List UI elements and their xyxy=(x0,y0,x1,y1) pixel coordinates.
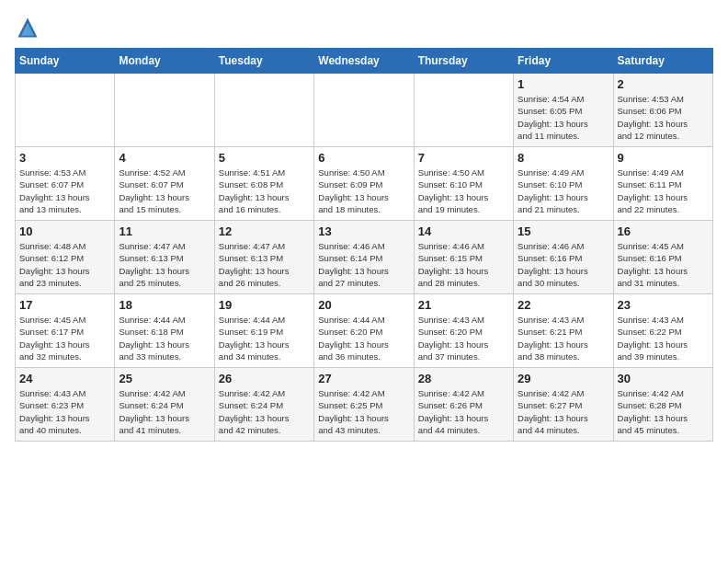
day-header-monday: Monday xyxy=(115,49,214,74)
day-number: 12 xyxy=(219,224,310,238)
day-number: 5 xyxy=(219,151,310,165)
logo xyxy=(15,15,44,40)
calendar-cell: 15Sunrise: 4:46 AM Sunset: 6:16 PM Dayli… xyxy=(514,221,613,294)
calendar-cell: 20Sunrise: 4:44 AM Sunset: 6:20 PM Dayli… xyxy=(314,294,414,368)
calendar-cell: 29Sunrise: 4:42 AM Sunset: 6:27 PM Dayli… xyxy=(514,368,613,442)
day-info: Sunrise: 4:42 AM Sunset: 6:24 PM Dayligh… xyxy=(119,387,210,436)
day-info: Sunrise: 4:47 AM Sunset: 6:13 PM Dayligh… xyxy=(219,240,310,289)
day-number: 25 xyxy=(119,372,210,385)
day-info: Sunrise: 4:50 AM Sunset: 6:10 PM Dayligh… xyxy=(418,167,509,215)
calendar-cell xyxy=(214,74,313,147)
day-info: Sunrise: 4:53 AM Sunset: 6:06 PM Dayligh… xyxy=(618,93,709,142)
calendar-cell xyxy=(414,74,513,147)
calendar-cell: 4Sunrise: 4:52 AM Sunset: 6:07 PM Daylig… xyxy=(115,147,214,221)
day-number: 21 xyxy=(418,298,509,312)
day-info: Sunrise: 4:43 AM Sunset: 6:22 PM Dayligh… xyxy=(618,314,709,362)
day-info: Sunrise: 4:43 AM Sunset: 6:20 PM Dayligh… xyxy=(418,314,509,362)
day-header-wednesday: Wednesday xyxy=(314,49,414,74)
day-header-saturday: Saturday xyxy=(613,49,712,74)
calendar-cell xyxy=(115,74,214,147)
day-number: 23 xyxy=(618,298,709,312)
day-number: 1 xyxy=(518,77,609,91)
week-row-2: 3Sunrise: 4:53 AM Sunset: 6:07 PM Daylig… xyxy=(16,147,713,221)
day-info: Sunrise: 4:42 AM Sunset: 6:24 PM Dayligh… xyxy=(219,387,310,436)
page-header xyxy=(15,15,713,40)
calendar-cell: 2Sunrise: 4:53 AM Sunset: 6:06 PM Daylig… xyxy=(613,74,712,147)
week-row-5: 24Sunrise: 4:43 AM Sunset: 6:23 PM Dayli… xyxy=(16,368,713,442)
calendar-cell: 6Sunrise: 4:50 AM Sunset: 6:09 PM Daylig… xyxy=(314,147,414,221)
day-info: Sunrise: 4:44 AM Sunset: 6:20 PM Dayligh… xyxy=(318,314,409,362)
calendar-table: SundayMondayTuesdayWednesdayThursdayFrid… xyxy=(15,48,713,442)
day-number: 19 xyxy=(219,298,310,312)
day-info: Sunrise: 4:52 AM Sunset: 6:07 PM Dayligh… xyxy=(119,167,210,215)
day-number: 30 xyxy=(618,372,709,385)
day-number: 29 xyxy=(518,372,609,385)
day-number: 11 xyxy=(119,224,210,238)
week-row-3: 10Sunrise: 4:48 AM Sunset: 6:12 PM Dayli… xyxy=(16,221,713,294)
calendar-cell: 16Sunrise: 4:45 AM Sunset: 6:16 PM Dayli… xyxy=(613,221,712,294)
day-info: Sunrise: 4:54 AM Sunset: 6:05 PM Dayligh… xyxy=(518,93,609,142)
calendar-cell: 27Sunrise: 4:42 AM Sunset: 6:25 PM Dayli… xyxy=(314,368,414,442)
day-number: 28 xyxy=(418,372,509,385)
day-number: 15 xyxy=(518,224,609,238)
day-number: 18 xyxy=(119,298,210,312)
day-header-friday: Friday xyxy=(514,49,613,74)
calendar-cell: 30Sunrise: 4:42 AM Sunset: 6:28 PM Dayli… xyxy=(613,368,712,442)
calendar-cell: 13Sunrise: 4:46 AM Sunset: 6:14 PM Dayli… xyxy=(314,221,414,294)
calendar-cell: 10Sunrise: 4:48 AM Sunset: 6:12 PM Dayli… xyxy=(16,221,115,294)
day-info: Sunrise: 4:45 AM Sunset: 6:17 PM Dayligh… xyxy=(19,314,110,362)
calendar-cell: 7Sunrise: 4:50 AM Sunset: 6:10 PM Daylig… xyxy=(414,147,513,221)
day-info: Sunrise: 4:48 AM Sunset: 6:12 PM Dayligh… xyxy=(19,240,110,289)
calendar-cell xyxy=(16,74,115,147)
calendar-cell: 23Sunrise: 4:43 AM Sunset: 6:22 PM Dayli… xyxy=(613,294,712,368)
week-row-4: 17Sunrise: 4:45 AM Sunset: 6:17 PM Dayli… xyxy=(16,294,713,368)
day-number: 17 xyxy=(19,298,110,312)
day-number: 20 xyxy=(318,298,409,312)
day-info: Sunrise: 4:42 AM Sunset: 6:28 PM Dayligh… xyxy=(618,387,709,436)
calendar-cell: 11Sunrise: 4:47 AM Sunset: 6:13 PM Dayli… xyxy=(115,221,214,294)
calendar-cell: 3Sunrise: 4:53 AM Sunset: 6:07 PM Daylig… xyxy=(16,147,115,221)
day-number: 27 xyxy=(318,372,409,385)
calendar-cell: 19Sunrise: 4:44 AM Sunset: 6:19 PM Dayli… xyxy=(214,294,313,368)
day-number: 14 xyxy=(418,224,509,238)
day-header-thursday: Thursday xyxy=(414,49,513,74)
day-info: Sunrise: 4:46 AM Sunset: 6:16 PM Dayligh… xyxy=(518,240,609,289)
calendar-cell: 5Sunrise: 4:51 AM Sunset: 6:08 PM Daylig… xyxy=(214,147,313,221)
day-info: Sunrise: 4:51 AM Sunset: 6:08 PM Dayligh… xyxy=(219,167,310,215)
calendar-cell: 24Sunrise: 4:43 AM Sunset: 6:23 PM Dayli… xyxy=(16,368,115,442)
day-info: Sunrise: 4:43 AM Sunset: 6:21 PM Dayligh… xyxy=(518,314,609,362)
day-number: 26 xyxy=(219,372,310,385)
day-info: Sunrise: 4:53 AM Sunset: 6:07 PM Dayligh… xyxy=(19,167,110,215)
day-number: 10 xyxy=(19,224,110,238)
calendar-cell: 12Sunrise: 4:47 AM Sunset: 6:13 PM Dayli… xyxy=(214,221,313,294)
calendar-cell: 22Sunrise: 4:43 AM Sunset: 6:21 PM Dayli… xyxy=(514,294,613,368)
calendar-cell: 1Sunrise: 4:54 AM Sunset: 6:05 PM Daylig… xyxy=(514,74,613,147)
day-info: Sunrise: 4:44 AM Sunset: 6:18 PM Dayligh… xyxy=(119,314,210,362)
calendar-cell: 26Sunrise: 4:42 AM Sunset: 6:24 PM Dayli… xyxy=(214,368,313,442)
day-number: 8 xyxy=(518,151,609,165)
day-number: 13 xyxy=(318,224,409,238)
calendar-cell: 21Sunrise: 4:43 AM Sunset: 6:20 PM Dayli… xyxy=(414,294,513,368)
calendar-cell: 17Sunrise: 4:45 AM Sunset: 6:17 PM Dayli… xyxy=(16,294,115,368)
day-info: Sunrise: 4:47 AM Sunset: 6:13 PM Dayligh… xyxy=(119,240,210,289)
day-number: 9 xyxy=(618,151,709,165)
calendar-cell xyxy=(314,74,414,147)
day-info: Sunrise: 4:42 AM Sunset: 6:27 PM Dayligh… xyxy=(518,387,609,436)
week-row-1: 1Sunrise: 4:54 AM Sunset: 6:05 PM Daylig… xyxy=(16,74,713,147)
calendar-cell: 25Sunrise: 4:42 AM Sunset: 6:24 PM Dayli… xyxy=(115,368,214,442)
calendar-cell: 8Sunrise: 4:49 AM Sunset: 6:10 PM Daylig… xyxy=(514,147,613,221)
day-info: Sunrise: 4:42 AM Sunset: 6:25 PM Dayligh… xyxy=(318,387,409,436)
day-number: 7 xyxy=(418,151,509,165)
day-info: Sunrise: 4:44 AM Sunset: 6:19 PM Dayligh… xyxy=(219,314,310,362)
logo-icon xyxy=(15,15,40,40)
day-info: Sunrise: 4:49 AM Sunset: 6:10 PM Dayligh… xyxy=(518,167,609,215)
calendar-cell: 18Sunrise: 4:44 AM Sunset: 6:18 PM Dayli… xyxy=(115,294,214,368)
day-number: 6 xyxy=(318,151,409,165)
day-info: Sunrise: 4:42 AM Sunset: 6:26 PM Dayligh… xyxy=(418,387,509,436)
day-number: 16 xyxy=(618,224,709,238)
day-info: Sunrise: 4:49 AM Sunset: 6:11 PM Dayligh… xyxy=(618,167,709,215)
day-header-tuesday: Tuesday xyxy=(214,49,313,74)
day-info: Sunrise: 4:50 AM Sunset: 6:09 PM Dayligh… xyxy=(318,167,409,215)
day-number: 22 xyxy=(518,298,609,312)
days-header-row: SundayMondayTuesdayWednesdayThursdayFrid… xyxy=(16,49,713,74)
